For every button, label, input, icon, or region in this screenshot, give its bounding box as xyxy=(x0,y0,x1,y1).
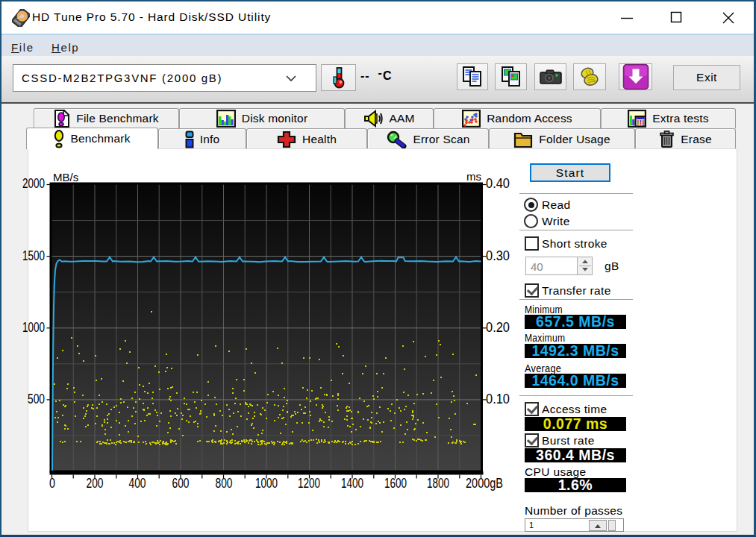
svg-text:400: 400 xyxy=(129,476,146,491)
svg-text:0: 0 xyxy=(49,476,55,491)
svg-text:1800: 1800 xyxy=(427,476,449,491)
svg-text:1200: 1200 xyxy=(298,476,320,491)
svg-text:500: 500 xyxy=(28,392,45,406)
svg-text:1400: 1400 xyxy=(341,476,363,491)
svg-text:2000gB: 2000gB xyxy=(466,476,503,491)
svg-text:0.30: 0.30 xyxy=(486,248,510,263)
svg-text:800: 800 xyxy=(216,476,233,491)
svg-text:200: 200 xyxy=(87,476,104,491)
svg-text:0.10: 0.10 xyxy=(486,392,510,406)
svg-text:1000: 1000 xyxy=(22,320,45,335)
svg-text:0.40: 0.40 xyxy=(486,176,510,191)
svg-text:0.20: 0.20 xyxy=(486,320,510,335)
svg-text:MB/s: MB/s xyxy=(53,171,78,183)
svg-text:ms: ms xyxy=(466,170,481,183)
svg-text:2000: 2000 xyxy=(22,176,45,191)
svg-text:1500: 1500 xyxy=(22,248,45,263)
svg-text:600: 600 xyxy=(172,476,190,491)
svg-text:1600: 1600 xyxy=(384,476,407,491)
svg-text:1000: 1000 xyxy=(255,476,278,491)
